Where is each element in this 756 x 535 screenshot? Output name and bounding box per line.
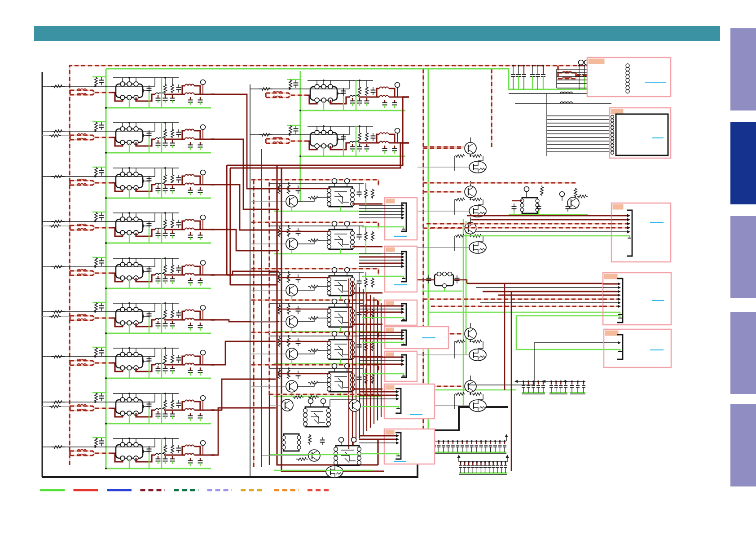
connector-box: [610, 108, 671, 158]
connector-box: [359, 429, 435, 464]
connector-boxes: [359, 57, 671, 464]
connector-label-tab: [589, 59, 605, 64]
connector-label-tab: [386, 328, 394, 332]
connector-box: [604, 329, 671, 367]
nav-tab-3[interactable]: [730, 216, 756, 298]
connector-box: [359, 300, 417, 325]
connector-box: [603, 273, 671, 325]
connector-label-tab: [386, 248, 395, 252]
nav-tab-4[interactable]: [730, 312, 756, 394]
nav-tab-5[interactable]: [730, 404, 756, 486]
connector-box: [359, 351, 417, 381]
page: [0, 0, 756, 535]
wiring-diagram: [0, 0, 756, 535]
connector-box: [611, 203, 671, 262]
connector-label-tab: [613, 204, 624, 210]
right-section: [418, 60, 626, 475]
circuit-modules: [42, 77, 409, 478]
nav-tab-1[interactable]: [730, 28, 756, 111]
nav-tab-2[interactable]: [730, 122, 756, 204]
connector-label-tab: [604, 274, 618, 279]
connector-label-tab: [386, 385, 395, 390]
connector-label-tab: [386, 199, 395, 203]
connector-label-tab: [386, 430, 395, 435]
connector-label-tab: [386, 353, 394, 357]
header-bar: [34, 26, 720, 41]
connector-box: [587, 57, 671, 97]
connector-label-tab: [386, 301, 394, 305]
connector-label-tab: [605, 331, 619, 336]
